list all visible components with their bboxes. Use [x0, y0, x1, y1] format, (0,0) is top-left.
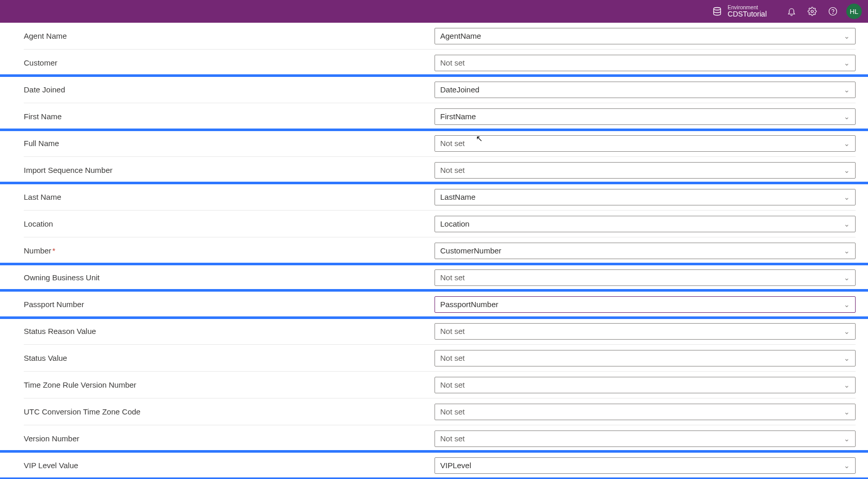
environment-picker[interactable]: Environment CDSTutorial — [712, 5, 767, 19]
field-label: Owning Business Unit — [24, 273, 435, 282]
mapping-dropdown-tz-rule-version[interactable]: Not set⌄ — [435, 377, 856, 393]
chevron-down-icon: ⌄ — [844, 247, 850, 254]
field-row-date-joined: Date JoinedDateJoined⌄ — [24, 76, 856, 103]
field-row-status-value: Status ValueNot set⌄ — [24, 345, 856, 372]
chevron-down-icon: ⌄ — [844, 113, 850, 120]
field-label: Agent Name — [24, 31, 435, 40]
environment-label: Environment — [727, 5, 767, 11]
chevron-down-icon: ⌄ — [844, 462, 850, 469]
mapping-dropdown-number[interactable]: CustomerNumber⌄ — [435, 243, 856, 259]
dropdown-value: Not set — [440, 380, 465, 389]
environment-icon — [712, 6, 722, 17]
chevron-down-icon: ⌄ — [844, 167, 850, 174]
field-label: Status Value — [24, 354, 435, 362]
mapping-dropdown-first-name[interactable]: FirstName⌄ — [435, 108, 856, 125]
field-row-passport-number: Passport NumberPassportNumber⌄ — [24, 291, 856, 318]
svg-point-0 — [714, 8, 721, 10]
dropdown-value: CustomerNumber — [440, 246, 501, 255]
mapping-dropdown-version-number[interactable]: Not set⌄ — [435, 430, 856, 447]
field-label: Import Sequence Number — [24, 166, 435, 174]
app-header: Environment CDSTutorial HL — [0, 0, 868, 23]
dropdown-value: Location — [440, 219, 470, 228]
field-row-status-reason: Status Reason ValueNot set⌄ — [24, 318, 856, 345]
field-row-import-seq: Import Sequence NumberNot set⌄ — [24, 157, 856, 184]
field-label: Version Number — [24, 434, 435, 443]
chevron-down-icon: ⌄ — [844, 194, 850, 201]
mapping-dropdown-passport-number[interactable]: PassportNumber⌄ — [435, 296, 856, 313]
mapping-dropdown-date-joined[interactable]: DateJoined⌄ — [435, 82, 856, 98]
chevron-down-icon: ⌄ — [844, 220, 850, 228]
form-body-wrap: Agent NameAgentName⌄CustomerNot set⌄Date… — [0, 23, 868, 479]
settings-icon[interactable] — [802, 0, 823, 23]
field-row-last-name: Last NameLastName⌄ — [24, 184, 856, 211]
mapping-dropdown-full-name[interactable]: Not set⌄ — [435, 135, 856, 152]
svg-point-1 — [811, 10, 814, 13]
chevron-down-icon: ⌄ — [844, 408, 850, 416]
mapping-dropdown-location[interactable]: Location⌄ — [435, 216, 856, 232]
mapping-dropdown-vip-level[interactable]: VIPLevel⌄ — [435, 457, 856, 474]
mapping-dropdown-agent-name[interactable]: AgentName⌄ — [435, 28, 856, 44]
field-label: Full Name — [24, 139, 435, 148]
mapping-dropdown-owning-bu[interactable]: Not set⌄ — [435, 269, 856, 286]
field-row-full-name: Full NameNot set⌄ — [24, 130, 856, 157]
dropdown-value: PassportNumber — [440, 300, 499, 309]
dropdown-value: Not set — [440, 273, 465, 282]
mapping-dropdown-status-value[interactable]: Not set⌄ — [435, 350, 856, 366]
mapping-dropdown-import-seq[interactable]: Not set⌄ — [435, 162, 856, 179]
chevron-down-icon: ⌄ — [844, 59, 850, 67]
field-label: VIP Level Value — [24, 461, 435, 470]
chevron-down-icon: ⌄ — [844, 381, 850, 389]
dropdown-value: LastName — [440, 193, 475, 201]
chevron-down-icon: ⌄ — [844, 301, 850, 308]
dropdown-value: FirstName — [440, 112, 476, 121]
field-row-number: Number*CustomerNumber⌄ — [24, 237, 856, 264]
field-label: Customer — [24, 58, 435, 67]
chevron-down-icon: ⌄ — [844, 328, 850, 335]
mapping-dropdown-utc-offset[interactable]: Not set⌄ — [435, 404, 856, 420]
field-mapping-form: Agent NameAgentName⌄CustomerNot set⌄Date… — [0, 23, 868, 479]
field-row-version-number: Version NumberNot set⌄ — [24, 425, 856, 452]
chevron-down-icon: ⌄ — [844, 86, 850, 93]
field-row-customer: CustomerNot set⌄ — [24, 50, 856, 76]
field-row-owning-bu: Owning Business UnitNot set⌄ — [24, 264, 856, 291]
field-row-utc-offset: UTC Conversion Time Zone CodeNot set⌄ — [24, 398, 856, 425]
field-row-agent-name: Agent NameAgentName⌄ — [24, 23, 856, 50]
mapping-dropdown-customer[interactable]: Not set⌄ — [435, 55, 856, 71]
field-label: Time Zone Rule Version Number — [24, 380, 435, 389]
dropdown-value: AgentName — [440, 31, 481, 40]
field-label: Last Name — [24, 193, 435, 201]
field-row-location: LocationLocation⌄ — [24, 211, 856, 237]
field-label: Location — [24, 219, 435, 228]
field-row-first-name: First NameFirstName⌄ — [24, 103, 856, 130]
avatar-initials: HL — [850, 8, 859, 15]
field-row-tz-rule-version: Time Zone Rule Version NumberNot set⌄ — [24, 372, 856, 398]
dropdown-value: VIPLevel — [440, 461, 471, 470]
chevron-down-icon: ⌄ — [844, 355, 850, 362]
required-indicator: * — [52, 246, 55, 255]
environment-name: CDSTutorial — [727, 10, 767, 18]
dropdown-value: DateJoined — [440, 85, 479, 94]
field-label: Number* — [24, 246, 435, 255]
notifications-icon[interactable] — [781, 0, 802, 23]
dropdown-value: Not set — [440, 139, 465, 148]
svg-point-3 — [833, 13, 833, 13]
dropdown-value: Not set — [440, 354, 465, 362]
avatar[interactable]: HL — [846, 4, 862, 19]
chevron-down-icon: ⌄ — [844, 33, 850, 40]
chevron-down-icon: ⌄ — [844, 435, 850, 442]
field-label: Status Reason Value — [24, 327, 435, 336]
field-label: First Name — [24, 112, 435, 121]
dropdown-value: Not set — [440, 58, 465, 67]
svg-point-2 — [829, 8, 837, 15]
field-label: UTC Conversion Time Zone Code — [24, 407, 435, 416]
field-label: Passport Number — [24, 300, 435, 309]
mapping-dropdown-status-reason[interactable]: Not set⌄ — [435, 323, 856, 340]
dropdown-value: Not set — [440, 434, 465, 443]
chevron-down-icon: ⌄ — [844, 274, 850, 281]
mapping-dropdown-last-name[interactable]: LastName⌄ — [435, 189, 856, 205]
field-row-vip-level: VIP Level ValueVIPLevel⌄ — [24, 452, 856, 479]
dropdown-value: Not set — [440, 327, 465, 336]
dropdown-value: Not set — [440, 166, 465, 174]
field-label: Date Joined — [24, 85, 435, 94]
help-icon[interactable] — [823, 0, 843, 23]
